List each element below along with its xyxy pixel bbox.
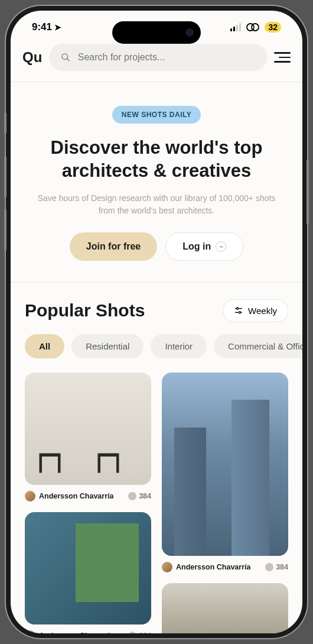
connectivity-icon: [246, 22, 260, 32]
hero-badge: NEW SHOTS DAILY: [112, 106, 201, 124]
login-label: Log in: [182, 241, 211, 252]
svg-point-7: [239, 312, 240, 313]
chip-all[interactable]: All: [25, 334, 64, 358]
svg-point-2: [62, 54, 68, 60]
views-icon: [128, 492, 136, 500]
signal-icon: [230, 23, 241, 31]
shot-card[interactable]: [162, 583, 288, 634]
avatar: [25, 491, 35, 501]
search-input[interactable]: [78, 52, 255, 63]
author-name: Andersson Chavarría: [39, 492, 113, 500]
shot-card[interactable]: Andersson Chavarría 384: [162, 373, 288, 572]
hero-description: Save hours of Design research with our l…: [25, 192, 288, 217]
svg-point-5: [236, 308, 238, 309]
popular-section: Popular Shots Weekly All Residential Int…: [11, 283, 302, 634]
shots-grid: Andersson Chavarría 384: [11, 373, 302, 634]
section-title: Popular Shots: [25, 300, 145, 321]
chip-commercial[interactable]: Commercial & Offices: [214, 334, 302, 358]
avatar: [25, 630, 35, 634]
hero-section: NEW SHOTS DAILY Discover the world's top…: [11, 82, 302, 283]
views-count: 384: [276, 563, 288, 571]
filter-label: Weekly: [248, 306, 277, 316]
avatar: [162, 562, 172, 572]
battery-indicator: 32: [265, 22, 281, 33]
status-time: 9:41: [32, 21, 52, 33]
chip-interior[interactable]: Interior: [151, 334, 207, 358]
arrow-right-icon: →: [216, 241, 226, 252]
top-nav: Qu: [11, 38, 302, 82]
views-icon: [265, 563, 273, 571]
search-icon: [61, 52, 70, 63]
location-icon: ➤: [54, 22, 61, 32]
shot-card[interactable]: Andersson Chavarría 384: [25, 512, 151, 634]
shot-image: [25, 512, 151, 624]
search-box[interactable]: [49, 44, 267, 71]
author-name: Andersson Chavarría: [176, 563, 250, 571]
app-logo[interactable]: Qu: [22, 49, 42, 66]
device-notch: [112, 21, 201, 44]
views-count: 384: [139, 632, 151, 634]
login-button[interactable]: Log in →: [165, 232, 243, 261]
shot-image: [162, 373, 288, 556]
shot-card[interactable]: Andersson Chavarría 384: [25, 373, 151, 501]
hero-title: Discover the world's top architects & cr…: [25, 137, 288, 183]
shot-image: [25, 373, 151, 485]
category-chips: All Residential Interior Commercial & Of…: [11, 334, 302, 358]
filter-button[interactable]: Weekly: [223, 299, 288, 322]
menu-button[interactable]: [274, 52, 291, 63]
sliders-icon: [234, 306, 243, 315]
shot-image: [162, 583, 288, 634]
svg-point-1: [252, 24, 259, 31]
views-count: 384: [139, 492, 151, 500]
svg-line-3: [67, 59, 70, 61]
join-button[interactable]: Join for free: [70, 232, 157, 261]
chip-residential[interactable]: Residential: [71, 334, 144, 358]
views-icon: [128, 632, 136, 634]
author-name: Andersson Chavarría: [39, 632, 113, 634]
